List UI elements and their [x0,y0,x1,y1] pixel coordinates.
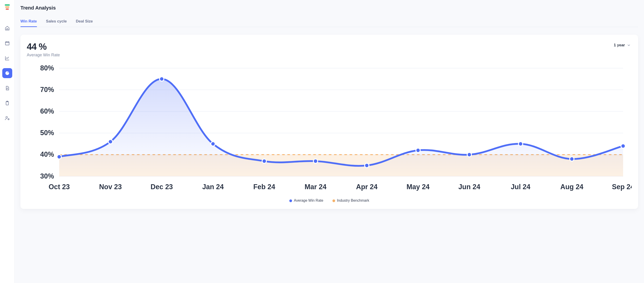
svg-text:Apr 24: Apr 24 [356,183,378,191]
nav-clipboard[interactable] [2,98,12,108]
nav-pie-chart[interactable] [2,68,12,78]
tab-win-rate[interactable]: Win Rate [20,17,37,27]
svg-point-29 [570,157,574,161]
range-label: 1 year [614,43,625,48]
tab-label: Deal Size [76,19,93,23]
user-settings-icon [5,116,10,121]
svg-text:50%: 50% [40,129,54,137]
svg-point-27 [467,152,472,157]
svg-text:Jun 24: Jun 24 [458,183,480,191]
tab-sales-cycle[interactable]: Sales cycle [46,17,67,27]
svg-text:May 24: May 24 [406,183,430,191]
legend: Average Win Rate Industry Benchmark [27,198,632,203]
legend-benchmark: Industry Benchmark [332,198,369,203]
tabs: Win Rate Sales cycle Deal Size [20,17,638,27]
metric-block: 44 % Average Win Rate [27,42,60,58]
svg-point-23 [262,159,266,163]
svg-text:70%: 70% [40,86,54,93]
main: Trend Analysis Win Rate Sales cycle Deal… [14,0,644,283]
calendar-icon [5,41,10,46]
nav-line-chart[interactable] [2,53,12,63]
svg-text:Mar 24: Mar 24 [304,183,326,191]
card-head: 44 % Average Win Rate 1 year [27,42,632,58]
metric-label: Average Win Rate [27,53,60,58]
svg-point-19 [57,155,61,159]
svg-text:Sep 24: Sep 24 [612,183,632,191]
svg-point-21 [160,77,164,81]
chart: 30%40%50%60%70%80%Oct 23Nov 23Dec 23Jan … [27,64,632,193]
svg-text:Aug 24: Aug 24 [560,183,584,191]
legend-series-label: Average Win Rate [294,198,323,202]
svg-rect-0 [5,42,9,45]
line-chart-icon [5,56,10,61]
tab-deal-size[interactable]: Deal Size [76,17,93,27]
chevron-down-icon [627,43,631,47]
svg-text:Feb 24: Feb 24 [253,183,275,191]
svg-point-28 [518,142,523,146]
svg-text:30%: 30% [40,172,54,180]
nav-user-settings[interactable] [2,113,12,123]
svg-text:80%: 80% [40,64,54,72]
svg-text:40%: 40% [40,150,54,158]
page-title: Trend Analysis [20,5,638,11]
svg-point-25 [365,163,369,168]
svg-text:60%: 60% [40,107,54,115]
legend-benchmark-label: Industry Benchmark [337,198,369,202]
range-picker[interactable]: 1 year [613,42,632,49]
svg-text:Oct 23: Oct 23 [48,183,70,191]
svg-point-22 [211,142,215,146]
logo-bar [5,4,10,6]
pie-chart-icon [5,71,10,76]
sidebar [0,0,14,283]
home-icon [5,26,10,31]
nav-calendar[interactable] [2,38,12,48]
logo-bar [6,9,9,10]
svg-text:Jul 24: Jul 24 [511,183,530,191]
chart-card: 44 % Average Win Rate 1 year 30%40%50%60… [20,35,638,209]
nav-report[interactable] [2,83,12,93]
tab-label: Sales cycle [46,19,67,23]
svg-point-20 [108,139,112,144]
report-icon [5,86,10,91]
metric-value: 44 % [27,42,60,52]
svg-point-24 [314,159,318,163]
svg-point-26 [416,148,420,152]
legend-series: Average Win Rate [289,198,323,203]
logo-bar [5,6,9,8]
tab-label: Win Rate [20,19,37,23]
svg-text:Nov 23: Nov 23 [99,183,122,191]
svg-point-30 [621,144,625,148]
legend-dot-icon [332,199,335,202]
svg-text:Dec 23: Dec 23 [151,183,173,191]
chart-svg: 30%40%50%60%70%80%Oct 23Nov 23Dec 23Jan … [27,64,632,193]
nav-home[interactable] [2,23,12,33]
svg-text:Jan 24: Jan 24 [202,183,224,191]
app-logo [4,4,10,10]
legend-dot-icon [289,199,292,202]
clipboard-icon [5,101,10,106]
svg-point-3 [6,117,7,118]
